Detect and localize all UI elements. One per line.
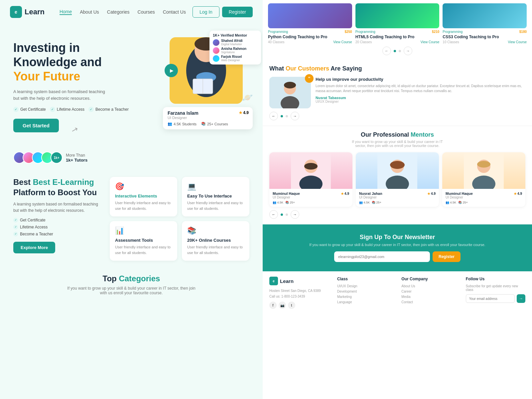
testimonial-image: " xyxy=(269,77,311,108)
testimonial-person-svg xyxy=(269,77,311,108)
footer-link-media[interactable]: Media xyxy=(401,295,461,299)
nav-about[interactable]: About Us xyxy=(80,9,99,15)
feature-icon-2: 💻 xyxy=(187,182,244,191)
footer-email-input[interactable] xyxy=(466,294,515,303)
footer-link-language[interactable]: Language xyxy=(337,300,397,304)
footer-company-title: Our Company xyxy=(401,277,461,281)
mentor-courses-1: 📚 25+ xyxy=(285,201,295,204)
course-price-3: $180 xyxy=(519,30,527,34)
mentors-next-arrow[interactable]: → xyxy=(291,210,299,219)
feature-icon-3: 📊 xyxy=(115,226,172,235)
footer-link-dev[interactable]: Development xyxy=(337,290,397,293)
mentor-students-2: 👥 4.5K xyxy=(359,201,370,204)
nav-home[interactable]: Home xyxy=(60,9,72,15)
course-image-1 xyxy=(268,3,352,28)
course-link-1[interactable]: View Course xyxy=(333,40,352,44)
courses-stat: 📚 25+ Courses xyxy=(201,122,228,126)
footer-link-uiux[interactable]: UI/UX Design xyxy=(337,284,397,288)
verified-badge: 1K+ Verified Mentor Shahed Afridi Digita… xyxy=(209,31,261,65)
feature-card-1: 🎯 Interactive Elements User friendly int… xyxy=(110,177,177,216)
testimonial-title: Help us improve our productivity xyxy=(316,77,525,82)
explore-more-button[interactable]: Explore More xyxy=(13,242,55,253)
testimonial-author: Nusrat Tabassum xyxy=(316,96,525,100)
carousel-prev-arrow[interactable]: ← xyxy=(382,47,391,55)
newsletter-input[interactable] xyxy=(334,251,430,262)
course-tag-3: Programming xyxy=(443,30,463,34)
footer-company-col: Our Company About Us Career Media Contac… xyxy=(401,277,461,309)
testimonial-next-arrow[interactable]: → xyxy=(291,112,299,120)
feature-list-item-2: ✓ Lifetime Access xyxy=(13,225,100,229)
features-title: Best Best E-Learning Platform to Boost Y… xyxy=(13,177,100,198)
footer-address: Hosten Street San Diego, CA 9389 Call us… xyxy=(269,288,332,299)
social-icons: f 📷 t xyxy=(269,302,332,309)
feature-card-2: 💻 Easy To Use Interface User friendly in… xyxy=(182,177,249,216)
login-button[interactable]: Log In xyxy=(193,6,219,18)
mentor-name-3: Muminul Haque xyxy=(446,192,473,196)
footer-link-career[interactable]: Career xyxy=(401,290,461,293)
mentor-card-1: Muminul Haque ★4.9 UI Designer 👥 4.5K 📚 … xyxy=(269,152,352,207)
mentor-rating-1: ★4.9 xyxy=(341,192,349,196)
mentor-card-3: Muminul Haque ★4.9 UI Designer 👥 4.5K 📚 … xyxy=(442,152,525,207)
nav-categories[interactable]: Categories xyxy=(107,9,130,15)
testimonial-card: " Help us improve our productivity Lorem… xyxy=(269,77,525,108)
twitter-icon[interactable]: t xyxy=(288,302,295,309)
newsletter-register-button[interactable]: Register xyxy=(433,251,461,262)
nav-contact[interactable]: Contact Us xyxy=(163,9,186,15)
features-list: ✓ Get Certificate ✓ Lifetime Access ✓ Be… xyxy=(13,218,100,236)
footer-email-row: → xyxy=(466,294,525,303)
newsletter-form: Register xyxy=(334,251,461,262)
feature-card-title-3: Assessment Tools xyxy=(115,238,172,243)
quote-badge: " xyxy=(305,74,314,83)
mentors-prev-arrow[interactable]: ← xyxy=(269,210,278,219)
categories-desc: If you want to grow up your skill & buil… xyxy=(65,286,198,295)
carousel-next-arrow[interactable]: → xyxy=(404,47,412,55)
courses-carousel-nav: ← → xyxy=(268,44,527,58)
footer-logo: e Learn xyxy=(269,277,332,285)
mentor-title-2: UI Designer xyxy=(359,196,436,199)
footer-follow-col: Follow Us Subscribe for get update every… xyxy=(466,277,525,309)
mentors-subtitle: If you want to grow up your skill & buil… xyxy=(347,140,447,148)
check-icon-3: ✓ xyxy=(88,107,94,112)
hero-features: ✓ Get Certificate ✓ Lifetime Access ✓ Be… xyxy=(13,107,160,112)
students-icon: 👥 xyxy=(168,122,172,126)
tutors-text: More Than 1k+ Tutors xyxy=(66,153,87,163)
categories-section: Top Categories If you want to grow up yo… xyxy=(0,267,263,305)
footer-follow-title: Follow Us xyxy=(466,277,525,281)
profile-role: UI Designer xyxy=(168,116,248,120)
feature-access: ✓ Lifetime Access xyxy=(50,107,84,112)
get-started-button[interactable]: Get Started xyxy=(13,119,59,132)
course-price-2: $210 xyxy=(432,30,439,34)
mentor-name-1: Muminul Haque xyxy=(273,192,300,196)
newsletter-title: Sign Up To Our Newsletter xyxy=(269,234,525,241)
navbar: e Learn Home About Us Categories Courses… xyxy=(0,0,263,24)
footer-logo-text: Learn xyxy=(280,278,294,284)
footer-link-marketing[interactable]: Marketing xyxy=(337,295,397,299)
course-link-2[interactable]: View Course xyxy=(421,40,440,44)
mentor-person-1 xyxy=(269,152,352,189)
mentor-name-2: Nusrat Jahan xyxy=(359,192,382,196)
mentor-students-3: 👥 4.5K xyxy=(446,201,456,204)
footer-email-submit[interactable]: → xyxy=(517,294,525,303)
course-price-1: $250 xyxy=(344,30,352,34)
feature-list-item-3: ✓ Become a Teacher xyxy=(13,232,100,236)
instagram-icon[interactable]: 📷 xyxy=(279,302,286,309)
features-desc: A learning system based on formalised te… xyxy=(13,201,100,214)
testimonial-content: Help us improve our productivity Lorem i… xyxy=(316,77,525,108)
play-button[interactable]: ▶ xyxy=(165,64,178,77)
facebook-icon[interactable]: f xyxy=(269,302,277,309)
footer-link-contact[interactable]: Contact xyxy=(401,300,461,304)
footer-link-about[interactable]: About Us xyxy=(401,284,461,288)
logo-text: Learn xyxy=(25,8,45,16)
nav-courses[interactable]: Courses xyxy=(138,9,155,15)
register-button[interactable]: Register xyxy=(222,7,253,17)
avatar-count: 1k+ xyxy=(51,152,63,164)
tutor-avatars: 1k+ xyxy=(13,152,63,164)
mentor-hero-card: ▶ 1K+ Verified Mentor Shahed Afridi Digi… xyxy=(160,37,253,129)
testimonial-prev-arrow[interactable]: ← xyxy=(269,112,278,120)
footer-logo-icon: e xyxy=(269,277,278,285)
mentor-card-image-2 xyxy=(356,152,439,189)
mentors-heading: Our Professional Mentors xyxy=(269,131,525,138)
logo[interactable]: e Learn xyxy=(10,6,45,18)
course-tag-2: Programming xyxy=(355,30,375,34)
course-link-3[interactable]: View Course xyxy=(508,40,527,44)
